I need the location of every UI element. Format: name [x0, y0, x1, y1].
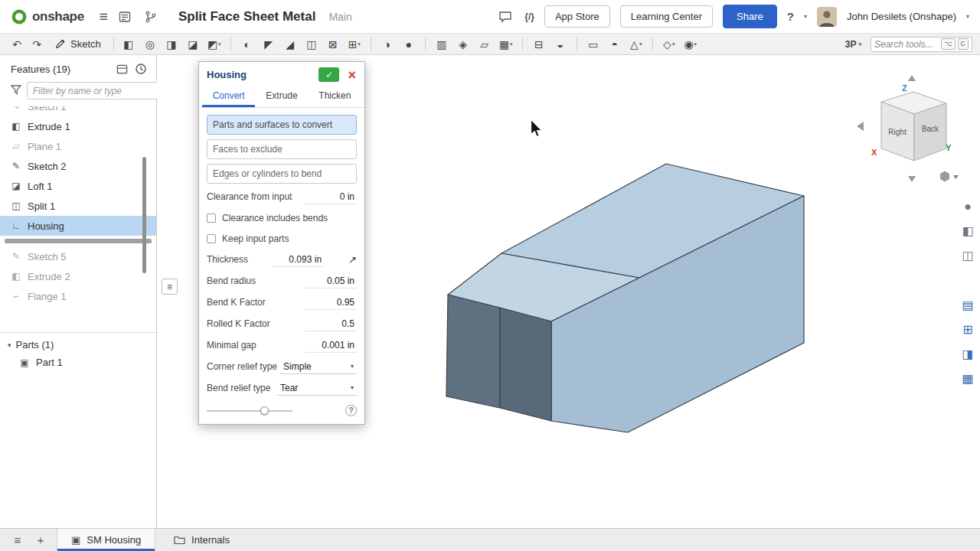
bend-k-factor-input[interactable]: 0.95: [305, 295, 357, 310]
dialog-help-icon[interactable]: ?: [345, 405, 357, 416]
search-tools-input[interactable]: [874, 39, 939, 50]
model-face-front-left[interactable]: [446, 295, 500, 408]
rolled-k-factor-input[interactable]: 0.5: [305, 317, 357, 331]
feature-list-settings-icon[interactable]: [116, 64, 128, 75]
bend-relief-select[interactable]: Tear ▾: [277, 381, 357, 396]
feature-list-scrollbar[interactable]: [142, 157, 146, 273]
transform-button[interactable]: ◈: [454, 36, 472, 53]
display-states-icon[interactable]: ▦: [959, 370, 977, 387]
versions-branch-icon[interactable]: [142, 8, 160, 26]
configurations-icon[interactable]: ⊞: [959, 321, 977, 338]
thicken-button[interactable]: ◩▾: [205, 36, 224, 53]
feature-filter-input[interactable]: [27, 82, 159, 99]
keep-input-parts-row[interactable]: Keep input parts: [207, 230, 357, 246]
feature-item-housing[interactable]: ∟Housing: [0, 216, 156, 236]
appearance-icon[interactable]: ●: [959, 197, 977, 215]
parts-header[interactable]: ▾ Parts (1): [0, 335, 156, 354]
cancel-button[interactable]: ×: [346, 68, 358, 82]
section-view-icon[interactable]: ◫: [959, 246, 977, 264]
rotate-down-arrow-icon[interactable]: [908, 176, 916, 182]
user-avatar[interactable]: [817, 7, 837, 27]
draft-button[interactable]: ◢: [281, 36, 299, 53]
measure-button[interactable]: ◇▾: [660, 36, 678, 53]
delete-face-button[interactable]: ⊟: [530, 36, 548, 53]
slider-thumb[interactable]: [260, 406, 269, 415]
linear-pattern-button[interactable]: ⊞▾: [345, 36, 364, 53]
bom-table-icon[interactable]: ▤: [959, 296, 977, 314]
rotate-left-arrow-icon[interactable]: [857, 122, 864, 131]
fill-button[interactable]: ▦▾: [497, 36, 515, 53]
loft-button[interactable]: ◪: [184, 36, 202, 53]
search-tools-box[interactable]: ⌥ C: [871, 37, 972, 52]
feature-item-extrude-1[interactable]: ◧Extrude 1: [0, 116, 156, 136]
featurescript-icon[interactable]: {/}: [524, 11, 534, 22]
filter-funnel-icon[interactable]: [11, 84, 21, 98]
minimal-gap-input[interactable]: 0.001 in: [305, 338, 357, 353]
keep-input-parts-checkbox[interactable]: [207, 234, 216, 243]
bend-radius-input[interactable]: 0.05 in: [305, 274, 357, 289]
add-tab-button[interactable]: +: [29, 529, 52, 551]
move-face-button[interactable]: ◒: [551, 36, 570, 53]
graphics-viewport[interactable]: Housing ✓ × Convert Extrude Thicken Part…: [157, 55, 980, 528]
onshape-logo[interactable]: onshape: [11, 8, 84, 25]
third-party-tools-button[interactable]: 3P ▾: [845, 39, 861, 50]
tab-internals[interactable]: Internals: [160, 529, 243, 551]
part-item-part-1[interactable]: ▣ Part 1: [0, 354, 156, 371]
fillet-button[interactable]: ◐: [238, 36, 256, 53]
tab-manager-icon[interactable]: ≡: [6, 529, 29, 551]
tab-extrude[interactable]: Extrude: [255, 86, 308, 107]
display-options-icon[interactable]: ◧: [959, 222, 977, 240]
model-face-front-right[interactable]: [500, 308, 551, 421]
feature-item-plane-1[interactable]: ▱Plane 1: [0, 136, 156, 156]
help-caret-icon[interactable]: ▾: [804, 13, 807, 20]
chamfer-button[interactable]: ◤: [260, 36, 278, 53]
boolean-button[interactable]: ●: [400, 36, 418, 53]
learning-center-button[interactable]: Learning Center: [620, 5, 713, 28]
feature-item-loft-1[interactable]: ◪Loft 1: [0, 176, 156, 196]
plane-button[interactable]: ▭: [584, 36, 603, 53]
feature-item-flange-1[interactable]: ⌐Flange 1: [0, 286, 156, 306]
sketch-button[interactable]: Sketch: [47, 36, 108, 53]
split-button[interactable]: ▥: [433, 36, 451, 53]
shell-button[interactable]: ◫: [302, 36, 321, 53]
app-store-button[interactable]: App Store: [544, 5, 610, 28]
tab-thicken[interactable]: Thicken: [309, 86, 361, 107]
feature-item-sketch-2[interactable]: ✎Sketch 2: [0, 156, 156, 176]
faces-to-exclude-field[interactable]: Faces to exclude: [207, 139, 357, 159]
tab-sm-housing[interactable]: ▣ SM Housing: [57, 529, 155, 551]
extrude-button[interactable]: ◧: [119, 36, 138, 53]
rotate-up-arrow-icon[interactable]: [908, 75, 916, 81]
mirror-button[interactable]: ◑: [378, 36, 397, 53]
parts-to-convert-field[interactable]: Parts and surfaces to convert: [207, 115, 357, 135]
named-views-icon[interactable]: ◨: [959, 345, 977, 363]
flip-direction-icon[interactable]: ↗: [348, 254, 357, 266]
tab-convert[interactable]: Convert: [202, 86, 255, 107]
thickness-input[interactable]: 0.093 in: [272, 253, 324, 267]
share-button[interactable]: Share: [723, 5, 777, 28]
comments-icon[interactable]: [496, 8, 514, 26]
edges-to-bend-field[interactable]: Edges or cylinders to bend: [207, 164, 357, 184]
corner-relief-select[interactable]: Simple ▾: [280, 360, 357, 374]
clearance-input[interactable]: 0 in: [305, 190, 357, 204]
history-clock-icon[interactable]: [135, 63, 147, 75]
offset-surface-button[interactable]: ▱: [475, 36, 494, 53]
view-menu-cube-icon[interactable]: [940, 171, 949, 182]
confirm-button[interactable]: ✓: [318, 67, 339, 82]
view-cube[interactable]: Z Right Back X Y: [854, 67, 969, 190]
clearance-includes-bends-checkbox[interactable]: [207, 214, 216, 223]
clearance-includes-bends-row[interactable]: Clearance includes bends: [207, 210, 357, 226]
user-menu[interactable]: John Desilets (Onshape): [847, 11, 956, 22]
rollback-bar[interactable]: [5, 239, 152, 243]
mass-properties-button[interactable]: ◉▾: [681, 36, 700, 53]
user-menu-caret-icon[interactable]: ▾: [966, 13, 969, 20]
projected-curve-button[interactable]: △▾: [627, 36, 645, 53]
undo-button[interactable]: ↶: [8, 36, 26, 53]
feature-item-split-1[interactable]: ◫Split 1: [0, 196, 156, 216]
hamburger-menu-icon[interactable]: ≡: [100, 9, 108, 24]
feature-item-sketch-1[interactable]: ✎Sketch 1: [0, 106, 156, 116]
view-menu-caret-icon[interactable]: [953, 175, 959, 179]
feature-list-flyout-button[interactable]: ≡: [162, 279, 178, 295]
sweep-button[interactable]: ◨: [162, 36, 181, 53]
feature-item-extrude-2[interactable]: ◧Extrude 2: [0, 266, 156, 286]
help-icon[interactable]: ?: [787, 10, 794, 23]
